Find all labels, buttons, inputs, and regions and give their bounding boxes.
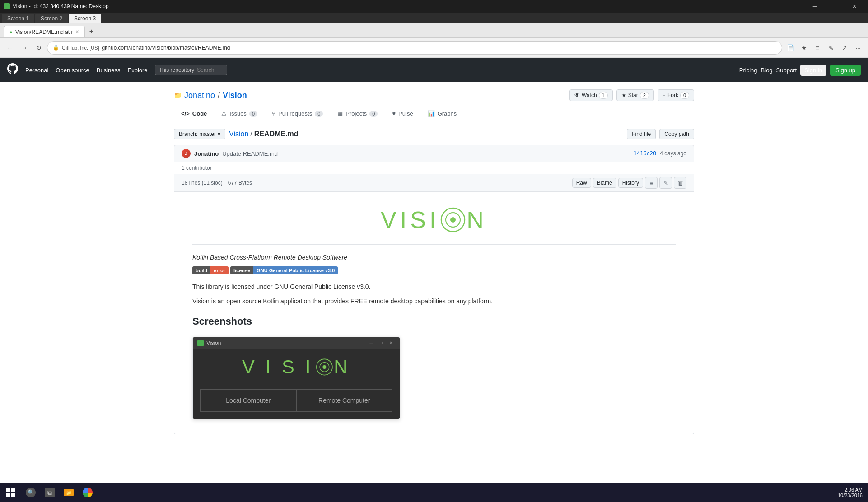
watch-label: Watch	[582, 92, 597, 98]
breadcrumb-separator: /	[250, 130, 252, 138]
copy-path-button[interactable]: Copy path	[659, 129, 694, 139]
delete-button[interactable]: 🗑	[674, 177, 686, 189]
tab-pulse[interactable]: ♥ Pulse	[385, 107, 420, 121]
commit-time: 4 days ago	[660, 150, 686, 157]
pr-icon: ⑂	[272, 110, 275, 117]
badge-build: build error	[192, 266, 229, 274]
commit-sha[interactable]: 1416c20	[634, 150, 657, 157]
tab-projects[interactable]: ▦ Projects 0	[330, 107, 385, 121]
start-button[interactable]	[2, 483, 20, 502]
taskbar-time-display: 2:06 AM	[838, 487, 863, 493]
repo-owner-link[interactable]: Jonatino	[184, 91, 215, 100]
blame-button[interactable]: Blame	[593, 178, 616, 188]
issues-tab-label: Issues	[229, 110, 247, 117]
favorites-button[interactable]: ★	[798, 42, 810, 54]
screen-tab-3[interactable]: Screen 3	[69, 14, 101, 23]
svg-text:V I S I: V I S I	[242, 356, 313, 377]
raw-button[interactable]: Raw	[572, 178, 591, 188]
back-button[interactable]: ←	[4, 42, 16, 54]
taskbar-task-view[interactable]: ⧉	[41, 483, 59, 502]
nav-open-source[interactable]: Open source	[56, 67, 89, 74]
github-header: Personal Open source Business Explore Th…	[0, 58, 868, 82]
browser-tab-bar: ● Vision/README.md at r ✕ +	[0, 23, 868, 38]
signup-button[interactable]: Sign up	[830, 65, 861, 76]
svg-point-2	[450, 217, 456, 223]
projects-tab-label: Projects	[345, 110, 367, 117]
file-breadcrumb: Vision / README.md	[229, 130, 299, 138]
code-icon: </>	[181, 110, 190, 117]
star-icon: ★	[621, 92, 626, 98]
web-note-button[interactable]: ✎	[825, 42, 837, 54]
github-search[interactable]: This repository Search	[155, 65, 227, 75]
windows-logo-icon	[6, 488, 15, 497]
branch-selector[interactable]: Branch: master ▾	[174, 129, 225, 139]
tab-pull-requests[interactable]: ⑂ Pull requests 0	[265, 107, 330, 121]
breadcrumb-repo-link[interactable]: Vision	[229, 130, 248, 138]
browser-tab-active[interactable]: ● Vision/README.md at r ✕	[4, 26, 85, 37]
tab-graphs[interactable]: 📊 Graphs	[420, 107, 464, 121]
taskbar-search-icon: 🔍	[26, 488, 36, 497]
window-controls[interactable]: ─ □ ✕	[805, 0, 864, 13]
screen-tab-1[interactable]: Screen 1	[2, 14, 34, 23]
fork-button[interactable]: ⑂ Fork 0	[658, 89, 694, 101]
taskbar-clock: 2:06 AM 10/23/2016	[838, 487, 863, 498]
close-button[interactable]: ✕	[845, 0, 864, 13]
watch-count: 1	[599, 92, 608, 99]
badge-license-label: license	[230, 266, 253, 274]
share-button[interactable]: ↗	[838, 42, 851, 54]
hub-button[interactable]: ≡	[811, 42, 824, 54]
forward-button[interactable]: →	[18, 42, 31, 54]
watch-button[interactable]: 👁 Watch 1	[569, 89, 613, 101]
reading-view-button[interactable]: 📄	[784, 42, 797, 54]
repo-book-icon: 📁	[174, 92, 182, 99]
breadcrumb-file: README.md	[254, 130, 299, 138]
address-bar[interactable]: 🔒 GitHub, Inc. [US] github.com/Jonatino/…	[47, 41, 782, 55]
taskbar-chrome[interactable]	[79, 483, 97, 502]
thumb-local-computer: Local Computer	[200, 389, 296, 412]
taskbar-items: 🔍 ⧉ 📁	[20, 483, 838, 502]
repo-title-separator: /	[218, 91, 220, 100]
commit-author-avatar: J	[182, 149, 191, 158]
browser-tab-close[interactable]: ✕	[75, 29, 79, 34]
history-button[interactable]: History	[618, 178, 643, 188]
nav-business[interactable]: Business	[97, 67, 121, 74]
nav-explore[interactable]: Explore	[128, 67, 148, 74]
tab-code[interactable]: </> Code	[174, 107, 214, 121]
readme-tagline: Kotlin Based Cross-Platform Remote Deskt…	[192, 254, 676, 261]
nav-support[interactable]: Support	[776, 67, 797, 74]
browser-nav-actions: 📄 ★ ≡ ✎ ↗ ···	[784, 42, 864, 54]
find-file-button[interactable]: Find file	[627, 129, 656, 139]
nav-blog[interactable]: Blog	[761, 67, 773, 74]
nav-personal[interactable]: Personal	[25, 67, 48, 74]
github-logo[interactable]	[7, 63, 18, 77]
desktop-view-button[interactable]: 🖥	[645, 177, 658, 189]
maximize-button[interactable]: □	[825, 0, 845, 13]
taskbar-chrome-icon	[83, 488, 93, 497]
reload-button[interactable]: ↻	[33, 42, 45, 54]
taskbar: 🔍 ⧉ 📁 2:06 AM 10/23/2016	[0, 483, 868, 502]
screenshots-heading: Screenshots	[192, 316, 676, 331]
commit-info-left: J Jonatino Update README.md	[182, 149, 278, 158]
pulse-tab-label: Pulse	[398, 110, 413, 117]
tab-issues[interactable]: ⚠ Issues 0	[214, 107, 265, 121]
minimize-button[interactable]: ─	[805, 0, 825, 13]
taskbar-file-explorer[interactable]: 📁	[60, 483, 78, 502]
commit-author-name[interactable]: Jonatino	[194, 150, 219, 157]
more-button[interactable]: ···	[852, 42, 864, 54]
signin-button[interactable]: Sign in	[800, 65, 826, 76]
nav-pricing[interactable]: Pricing	[739, 67, 757, 74]
contributors-bar: 1 contributor	[174, 162, 694, 174]
screen-tab-2[interactable]: Screen 2	[35, 14, 68, 23]
thumb-app-title: Vision	[206, 340, 221, 346]
file-path-left: Branch: master ▾ Vision / README.md	[174, 129, 299, 139]
github-nav: Personal Open source Business Explore	[25, 67, 148, 74]
edit-button[interactable]: ✎	[659, 177, 672, 189]
svg-point-6	[322, 365, 326, 369]
repo-title-area: 📁 Jonatino / Vision	[174, 91, 247, 100]
new-tab-button[interactable]: +	[85, 26, 98, 37]
star-button[interactable]: ★ Star 2	[616, 89, 654, 101]
repo-name-link[interactable]: Vision	[223, 91, 247, 100]
win-sq-3	[6, 493, 10, 497]
taskbar-search[interactable]: 🔍	[22, 483, 40, 502]
search-scope-label: This repository	[159, 67, 195, 73]
